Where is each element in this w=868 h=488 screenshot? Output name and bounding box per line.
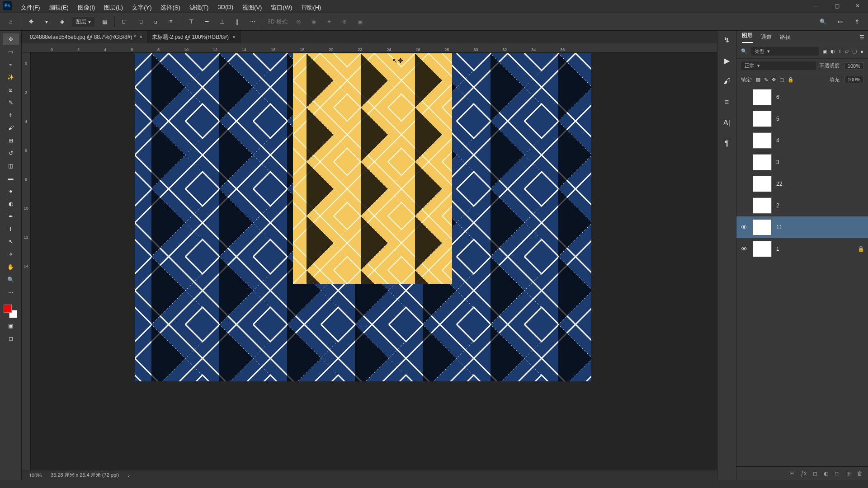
menu-view[interactable]: 视图(V) xyxy=(242,4,262,12)
lock-brush-icon[interactable]: ✎ xyxy=(764,77,768,83)
layer-thumbnail[interactable] xyxy=(753,111,772,127)
adjust-panel-icon[interactable]: ≡ xyxy=(722,97,732,108)
eraser-tool[interactable]: ◫ xyxy=(3,160,19,172)
crop-tool[interactable]: ⧄ xyxy=(3,84,19,96)
threed-pan-icon[interactable]: ✦ xyxy=(324,16,335,27)
lasso-tool[interactable]: ⌁ xyxy=(3,59,19,70)
layer-thumbnail[interactable] xyxy=(753,89,772,105)
threed-zoom-icon[interactable]: ▣ xyxy=(354,16,365,27)
autoselect-dropdown[interactable]: 图层 ▾ xyxy=(72,17,94,27)
document-tab[interactable]: 024888efaed545eb.jpg @ 88.7%(RGB/8#) * × xyxy=(25,31,147,43)
maximize-button[interactable]: ▢ xyxy=(826,0,847,12)
layer-mask-icon[interactable]: ◻ xyxy=(813,470,817,477)
shape-tool[interactable]: ✧ xyxy=(3,249,19,260)
align-bottom-icon[interactable]: ⊥ xyxy=(217,16,227,27)
layer-name[interactable]: 6 xyxy=(776,94,779,100)
visibility-toggle-icon[interactable]: 👁 xyxy=(740,224,748,231)
align-distribute-icon[interactable]: ≡ xyxy=(165,16,176,27)
align-left-icon[interactable]: ⫍ xyxy=(119,16,130,27)
gradient-tool[interactable]: ▬ xyxy=(3,173,19,184)
layer-fx-icon[interactable]: ƒx xyxy=(801,470,807,477)
layer-thumbnail[interactable] xyxy=(753,132,772,149)
panel-menu-icon[interactable]: ☰ xyxy=(859,34,864,41)
character-panel-icon[interactable]: A| xyxy=(722,117,732,128)
zoom-level[interactable]: 100% xyxy=(29,473,42,478)
layer-row[interactable]: 👁1🔒 xyxy=(736,238,868,260)
tab-channels[interactable]: 通道 xyxy=(761,33,772,41)
quickmask-tool[interactable]: ▣ xyxy=(3,320,19,332)
filter-type-dropdown[interactable]: 类型 ▾ xyxy=(751,47,819,56)
chevron-right-icon[interactable]: › xyxy=(128,473,130,478)
stamp-tool[interactable]: ⊞ xyxy=(3,135,19,146)
filter-toggle-icon[interactable]: ● xyxy=(860,49,863,54)
layer-row[interactable]: 3 xyxy=(736,151,868,173)
visibility-toggle-icon[interactable]: 👁 xyxy=(740,245,748,253)
menu-image[interactable]: 图像(I) xyxy=(78,4,95,12)
menu-window[interactable]: 窗口(W) xyxy=(271,4,292,12)
screenmode-tool[interactable]: ◻ xyxy=(3,333,19,344)
blend-mode-dropdown[interactable]: 正常 ▾ xyxy=(741,61,816,70)
align-hcenter-icon[interactable]: ⫎ xyxy=(135,16,146,27)
threed-slide-icon[interactable]: ⊕ xyxy=(339,16,350,27)
menu-edit[interactable]: 编辑(E) xyxy=(49,4,69,12)
zoom-tool[interactable]: 🔍 xyxy=(3,274,19,286)
transform-controls-icon[interactable]: ▦ xyxy=(99,16,110,27)
canvas-area[interactable]: ↖✥ xyxy=(31,52,717,470)
delete-layer-icon[interactable]: 🗑 xyxy=(857,470,863,477)
group-icon[interactable]: 🗀 xyxy=(835,470,840,477)
lock-transparency-icon[interactable]: ▦ xyxy=(756,77,760,83)
move-tool-icon[interactable]: ✥ xyxy=(26,16,37,27)
threed-roll-icon[interactable]: ◉ xyxy=(308,16,319,27)
layer-thumbnail[interactable] xyxy=(753,219,772,235)
new-layer-icon[interactable]: ⊞ xyxy=(846,470,851,477)
lock-position-icon[interactable]: ✥ xyxy=(772,77,776,83)
layer-row[interactable]: 22 xyxy=(736,173,868,195)
layer-row[interactable]: 2 xyxy=(736,195,868,216)
close-tab-icon[interactable]: × xyxy=(139,34,142,40)
close-tab-icon[interactable]: × xyxy=(232,34,236,40)
menu-help[interactable]: 帮助(H) xyxy=(301,4,321,12)
layer-thumbnail[interactable] xyxy=(753,176,772,192)
marquee-tool[interactable]: ▭ xyxy=(3,46,19,58)
share-icon[interactable]: ⇪ xyxy=(852,16,863,27)
home-icon[interactable]: ⌂ xyxy=(5,16,16,27)
brush-panel-icon[interactable]: 🖌 xyxy=(722,76,732,87)
layer-name[interactable]: 4 xyxy=(776,137,779,144)
blur-tool[interactable]: ● xyxy=(3,185,19,197)
layer-row[interactable]: 5 xyxy=(736,108,868,130)
document-tab[interactable]: 未标题-2.psd @ 100%(RGB/8#) × xyxy=(147,31,241,44)
menu-type[interactable]: 文字(Y) xyxy=(132,4,151,12)
magic-wand-tool[interactable]: ✨ xyxy=(3,71,19,83)
layer-name[interactable]: 3 xyxy=(776,159,779,165)
lock-artboard-icon[interactable]: ▢ xyxy=(779,77,784,83)
document-info[interactable]: 35.28 厘米 x 25.4 厘米 (72 ppi) xyxy=(51,472,119,479)
auto-select-icon[interactable]: ◈ xyxy=(57,16,67,27)
more-tools[interactable]: ⋯ xyxy=(3,286,19,298)
layer-name[interactable]: 2 xyxy=(776,202,779,209)
adjustment-layer-icon[interactable]: ◐ xyxy=(824,470,828,477)
opacity-input[interactable]: 100% xyxy=(844,62,863,70)
hand-tool[interactable]: ✋ xyxy=(3,261,19,273)
layer-thumbnail[interactable] xyxy=(753,154,772,170)
minimize-button[interactable]: — xyxy=(806,0,826,12)
align-distribute-v-icon[interactable]: ‖ xyxy=(232,16,243,27)
layer-name[interactable]: 22 xyxy=(776,181,782,187)
layer-thumbnail[interactable] xyxy=(753,241,772,257)
filter-adjust-icon[interactable]: ◐ xyxy=(830,48,835,54)
healing-tool[interactable]: ⚕ xyxy=(3,109,19,121)
menu-layer[interactable]: 图层(L) xyxy=(104,4,123,12)
menu-3d[interactable]: 3D(D) xyxy=(217,4,233,10)
lock-all-icon[interactable]: 🔒 xyxy=(788,77,794,83)
layer-name[interactable]: 1 xyxy=(776,246,779,252)
brush-tool[interactable]: 🖌 xyxy=(3,122,19,134)
filter-smart-icon[interactable]: ▢ xyxy=(852,48,857,54)
menu-filter[interactable]: 滤镜(T) xyxy=(189,4,209,12)
close-button[interactable]: ✕ xyxy=(847,0,868,12)
history-brush-tool[interactable]: ↺ xyxy=(3,147,19,159)
workspace-icon[interactable]: ▭ xyxy=(835,16,845,27)
eyedropper-tool[interactable]: ✎ xyxy=(3,97,19,108)
filter-image-icon[interactable]: ▣ xyxy=(822,48,827,54)
move-tool[interactable]: ✥ xyxy=(3,33,19,45)
foreground-color[interactable] xyxy=(4,305,12,313)
color-swatches[interactable] xyxy=(3,303,19,319)
